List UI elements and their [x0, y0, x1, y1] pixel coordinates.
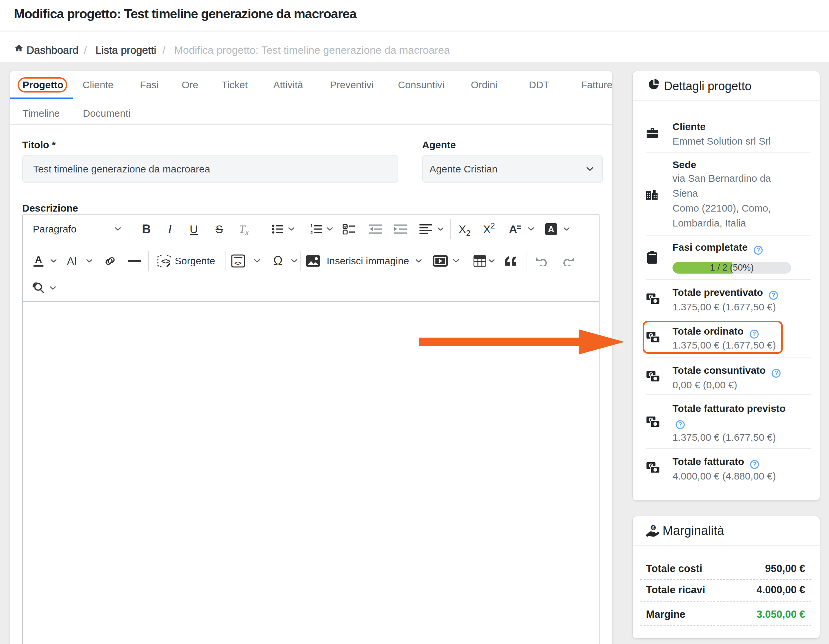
svg-text:A: A — [548, 224, 555, 234]
svg-text:A: A — [509, 224, 517, 235]
svg-text:$: $ — [652, 526, 654, 530]
svg-text:A: A — [35, 255, 42, 265]
svg-text:1: 1 — [310, 224, 313, 228]
svg-text:2: 2 — [310, 230, 313, 235]
svg-text:<>: <> — [235, 260, 241, 267]
